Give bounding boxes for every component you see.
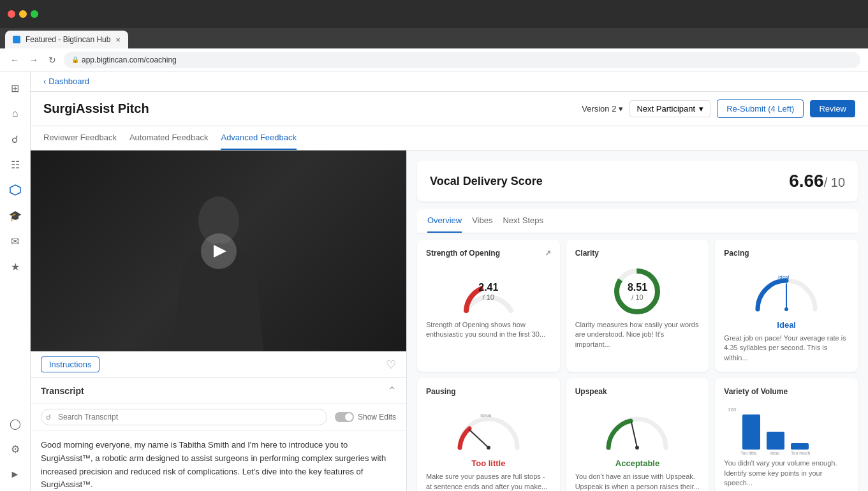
feedback-icon[interactable]: ♡	[386, 358, 396, 372]
svg-text:Ideal: Ideal	[778, 274, 790, 280]
url-text: app.bigtincan.com/coaching	[82, 55, 177, 64]
version-select[interactable]: Version 2 ▾	[582, 104, 623, 114]
page-header: SurgiAssist Pitch Version 2 ▾ Next Parti…	[31, 92, 868, 126]
svg-point-5	[784, 307, 788, 311]
resubmit-button[interactable]: Re-Submit (4 Left)	[717, 99, 804, 118]
svg-text:Too much: Too much	[791, 451, 810, 455]
transcript-title: Transcript	[41, 386, 84, 396]
metric-status-upspeak: Acceptable	[575, 458, 700, 468]
metric-clarity: Clarity 8.51 / 10 C	[566, 240, 709, 372]
gauge-upspeak: Acceptable Too much	[575, 401, 700, 458]
play-icon	[214, 245, 226, 258]
next-participant-dropdown[interactable]: Next Participant ▾	[629, 100, 710, 117]
score-tab-vibes[interactable]: Vibes	[472, 209, 492, 233]
gauge-pausing: Too little Too much Ideal	[426, 401, 551, 458]
search-input-wrapper: ☌	[41, 409, 327, 425]
tab-favicon	[13, 36, 20, 43]
metric-title-upspeak: Upspeak	[575, 387, 700, 396]
sidebar-icon-learning[interactable]: 🎓	[4, 204, 27, 227]
sidebar-icon-expand[interactable]: ►	[4, 463, 27, 486]
left-panel: Instructions ♡ Transcript ⌃ ☌	[31, 150, 407, 491]
sidebar-icon-profile[interactable]: ◯	[4, 412, 27, 435]
sidebar-icon-globe[interactable]: ★	[4, 255, 27, 278]
gauge-clarity: 8.51 / 10	[575, 263, 700, 320]
forward-btn[interactable]: →	[27, 54, 41, 66]
transcript-text: Good morning everyone, my name is Tabith…	[31, 431, 406, 491]
tab-bar: Featured - Bigtincan Hub ✕	[0, 28, 868, 48]
close-window-btn[interactable]	[8, 10, 15, 18]
review-button[interactable]: Review	[810, 100, 855, 117]
metric-desc-clarity: Clarity measures how easily your words a…	[575, 320, 700, 349]
metric-variety-of-volume: Variety of Volume 100	[715, 378, 858, 491]
score-tabs: Overview Vibes Next Steps	[417, 209, 858, 233]
svg-text:Ideal: Ideal	[480, 413, 492, 418]
metric-title-pacing: Pacing	[724, 249, 849, 258]
tab-automated-feedback[interactable]: Automated Feedback	[129, 126, 209, 150]
svg-rect-21	[791, 443, 809, 450]
svg-text:Ideal: Ideal	[770, 451, 780, 455]
top-bar: ‹ Dashboard	[31, 71, 868, 92]
metric-title-clarity: Clarity	[575, 249, 700, 258]
metric-upspeak: Upspeak Acceptable Too much	[566, 378, 709, 491]
transcript-collapse-icon[interactable]: ⌃	[388, 385, 396, 397]
sidebar-icon-coaching[interactable]	[4, 179, 27, 202]
sidebar-icon-settings[interactable]: ⚙	[4, 437, 27, 460]
tab-reviewer-feedback[interactable]: Reviewer Feedback	[43, 126, 117, 150]
tab-title: Featured - Bigtincan Hub	[26, 35, 110, 44]
chart-volume: 100 Too little Ideal	[724, 401, 849, 458]
version-label: Version 2	[582, 104, 616, 114]
url-bar[interactable]: 🔒 app.bigtincan.com/coaching	[64, 52, 860, 68]
edits-toggle-switch[interactable]	[335, 412, 354, 422]
app-container: ⊞ ⌂ ☌ ☷ 🎓 ✉ ★ ◯ ⚙ ► ‹ Dashboard SurgiAss…	[0, 71, 868, 491]
browser-tab[interactable]: Featured - Bigtincan Hub ✕	[5, 31, 128, 48]
metric-title-pausing: Pausing	[426, 387, 551, 396]
metric-title-volume: Variety of Volume	[724, 387, 849, 396]
toggle-knob	[345, 413, 353, 421]
svg-line-9	[469, 430, 489, 448]
breadcrumb[interactable]: ‹ Dashboard	[43, 77, 89, 86]
tab-close-btn[interactable]: ✕	[115, 36, 121, 43]
tab-navigation: Reviewer Feedback Automated Feedback Adv…	[31, 126, 868, 150]
video-container[interactable]	[31, 150, 406, 351]
sidebar-icon-home[interactable]: ⌂	[4, 102, 27, 125]
window-controls	[8, 10, 38, 18]
metric-strength-of-opening: Strength of Opening ↗ 2.41	[417, 240, 560, 372]
back-btn[interactable]: ←	[8, 54, 22, 66]
version-chevron-icon: ▾	[619, 104, 623, 114]
metrics-grid: Strength of Opening ↗ 2.41	[417, 240, 858, 491]
gauge-strength: 2.41 / 10	[426, 263, 551, 320]
sidebar-icon-search[interactable]: ☌	[4, 128, 27, 150]
show-edits-toggle[interactable]: Show Edits	[335, 412, 396, 422]
sidebar-icon-grid[interactable]: ⊞	[4, 77, 27, 99]
svg-text:Too little: Too little	[740, 451, 757, 455]
metric-pausing: Pausing Too little Too much Ideal	[417, 378, 560, 491]
sidebar-icon-chat[interactable]: ✉	[4, 230, 27, 253]
svg-point-10	[487, 446, 490, 450]
expand-icon[interactable]: ↗	[545, 249, 551, 258]
right-panel: Vocal Delivery Score 6.66/ 10 Overview V…	[407, 150, 868, 491]
metric-desc-pausing: Make sure your pauses are full stops - a…	[426, 472, 551, 491]
minimize-window-btn[interactable]	[19, 10, 27, 18]
tab-advanced-feedback[interactable]: Advanced Feedback	[221, 126, 297, 150]
transcript-header: Transcript ⌃	[31, 378, 406, 404]
search-transcript-input[interactable]	[41, 409, 327, 425]
address-bar: ← → ↻ 🔒 app.bigtincan.com/coaching	[0, 48, 868, 71]
refresh-btn[interactable]: ↻	[46, 54, 59, 66]
metric-status-pausing: Too little	[426, 458, 551, 468]
header-actions: Version 2 ▾ Next Participant ▾ Re-Submit…	[582, 99, 855, 118]
play-button[interactable]	[201, 233, 237, 269]
score-tab-overview[interactable]: Overview	[427, 209, 462, 233]
instructions-button[interactable]: Instructions	[41, 356, 99, 372]
sidebar: ⊞ ⌂ ☌ ☷ 🎓 ✉ ★ ◯ ⚙ ►	[0, 71, 31, 491]
lock-icon: 🔒	[71, 56, 79, 63]
svg-line-14	[631, 422, 637, 448]
browser-chrome	[0, 0, 868, 28]
maximize-window-btn[interactable]	[31, 10, 38, 18]
sidebar-icon-files[interactable]: ☷	[4, 153, 27, 176]
metric-desc-upspeak: You don't have an issue with Upspeak. Up…	[575, 472, 700, 491]
score-tab-next-steps[interactable]: Next Steps	[503, 209, 543, 233]
svg-rect-20	[767, 432, 784, 450]
gauge-score-clarity: 8.51 / 10	[628, 282, 647, 301]
metric-desc-volume: You didn't vary your volume enough. Iden…	[724, 458, 849, 488]
page-title: SurgiAssist Pitch	[43, 101, 149, 116]
